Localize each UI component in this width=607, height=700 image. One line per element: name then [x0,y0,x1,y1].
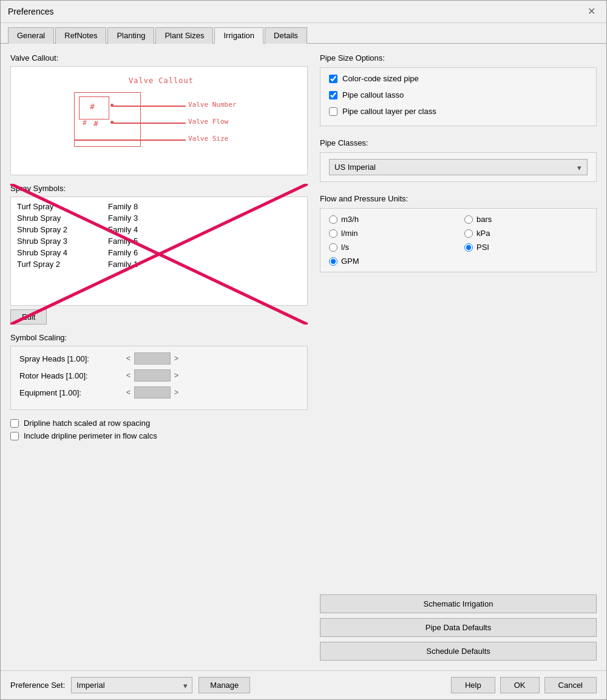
manage-button[interactable]: Manage [198,677,250,693]
spray-name: Shrub Spray 2 [17,225,108,234]
pipe-classes-section: Pipe Classes: US Imperial Metric [320,138,597,182]
dripline-hatch-checkbox[interactable] [10,419,19,428]
pipe-size-label: Pipe Size Options: [320,53,597,62]
equipment-decrease[interactable]: < [123,388,134,397]
dripline-perimeter-checkbox[interactable] [10,432,19,440]
title-bar: Preferences ✕ [1,1,606,23]
tab-general[interactable]: General [8,27,54,44]
pipe-classes-label: Pipe Classes: [320,138,597,147]
tab-refnotes[interactable]: RefNotes [55,27,106,44]
lmin-radio[interactable] [329,229,337,238]
equipment-row: Equipment [1.00]: < > [19,386,299,399]
list-item: Shrub Spray 3 Family 5 [11,235,307,247]
rotor-heads-decrease[interactable]: < [123,371,134,380]
dripline-options: Dripline hatch scaled at row spacing Inc… [10,419,308,444]
pipe-callout-lasso-label: Pipe callout lasso [342,90,404,99]
list-item: Turf Spray 2 Family 1 [11,258,307,270]
rotor-heads-slider[interactable] [134,369,171,382]
kpa-radio[interactable] [464,229,473,238]
dripline-hatch-label: Dripline hatch scaled at row spacing [24,419,150,428]
spray-name: Shrub Spray 3 [17,237,108,246]
equipment-slider[interactable] [134,386,171,399]
schematic-irrigation-button[interactable]: Schematic Irrigation [320,594,597,613]
valve-line2 [113,123,186,124]
valve-diagram-title: Valve Callout [129,76,194,85]
preference-set-select[interactable]: Imperial Metric [71,677,192,693]
rotor-heads-row: Rotor Heads [1.00]: < > [19,369,299,382]
bars-row: bars [464,215,588,224]
help-button[interactable]: Help [451,677,495,693]
spray-heads-row: Spray Heads [1.00]: < > [19,352,299,365]
color-code-checkbox[interactable] [329,75,337,83]
bottom-action-buttons: Help OK Cancel [451,677,597,693]
color-code-label: Color-code sized pipe [342,74,419,83]
valve-hash2: # [83,119,87,127]
gpm-label: GPM [341,257,359,266]
bars-radio[interactable] [464,215,473,224]
preference-set-label: Preference Set: [10,681,65,690]
pipe-size-checkboxes: Color-code sized pipe Pipe callout lasso… [320,67,597,126]
tab-details[interactable]: Details [265,27,307,44]
ok-button[interactable]: OK [500,677,540,693]
spray-heads-increase[interactable]: > [171,354,182,363]
main-content: Valve Callout: Valve Callout # # # [1,44,606,670]
action-buttons: Schematic Irrigation Pipe Data Defaults … [320,594,597,661]
kpa-label: kPa [476,229,490,238]
tab-plant-sizes[interactable]: Plant Sizes [155,27,213,44]
dripline-perimeter-label: Include dripline perimeter in flow calcs [24,431,157,440]
right-panel: Pipe Size Options: Color-code sized pipe… [320,53,597,661]
dripline-perimeter-row: Include dripline perimeter in flow calcs [10,431,308,440]
psi-row: PSI [464,243,588,252]
edit-button[interactable]: Edit [10,309,47,325]
symbol-scaling-section: Symbol Scaling: Spray Heads [1.00]: < > … [10,333,308,410]
pipe-size-section: Pipe Size Options: Color-code sized pipe… [320,53,597,126]
spray-name: Shrub Spray 4 [17,248,108,257]
m3h-radio[interactable] [329,215,337,224]
lmin-row: l/min [329,229,452,238]
window-title: Preferences [8,7,53,16]
valve-label1: Valve Number [188,101,236,109]
flow-pressure-grid: m3/h bars l/min kPa [329,215,588,266]
symbol-scaling-label: Symbol Scaling: [10,333,308,342]
color-code-row: Color-code sized pipe [329,74,588,83]
gpm-radio[interactable] [329,257,337,266]
valve-hash3: # [93,119,98,128]
cancel-button[interactable]: Cancel [544,677,597,693]
valve-callout-label: Valve Callout: [10,53,308,62]
spray-family: Family 4 [108,225,301,234]
spray-heads-slider[interactable] [134,352,171,365]
spray-heads-label: Spray Heads [1.00]: [19,354,123,363]
ls-radio[interactable] [329,243,337,252]
schedule-defaults-button[interactable]: Schedule Defaults [320,642,597,661]
preference-set-row: Preference Set: Imperial Metric Manage [10,677,250,693]
tab-irrigation[interactable]: Irrigation [214,27,263,44]
close-button[interactable]: ✕ [584,5,599,18]
valve-line3 [74,140,186,141]
preference-set-select-wrapper: Imperial Metric [71,677,192,693]
psi-radio[interactable] [464,243,473,252]
pipe-callout-layer-label: Pipe callout layer per class [342,107,436,116]
valve-callout-section: Valve Callout: Valve Callout # # # [10,53,308,175]
spray-heads-decrease[interactable]: < [123,354,134,363]
tab-planting[interactable]: Planting [107,27,154,44]
valve-callout-box: Valve Callout # # # Valve Number Valve F… [10,66,308,175]
pipe-classes-select[interactable]: US Imperial Metric [329,159,588,175]
rotor-heads-increase[interactable]: > [171,371,182,380]
pipe-data-defaults-button[interactable]: Pipe Data Defaults [320,618,597,637]
valve-line1 [113,106,186,107]
flow-pressure-box: m3/h bars l/min kPa [320,208,597,272]
list-item: Shrub Spray Family 3 [11,212,307,224]
spray-family: Family 6 [108,248,301,257]
pipe-classes-box: US Imperial Metric [320,152,597,182]
spray-family: Family 5 [108,237,301,246]
pipe-callout-lasso-checkbox[interactable] [329,91,337,99]
equipment-label: Equipment [1.00]: [19,388,123,397]
flow-pressure-section: Flow and Pressure Units: m3/h bars [320,194,597,272]
pipe-classes-select-wrapper: US Imperial Metric [329,159,588,175]
pipe-callout-lasso-row: Pipe callout lasso [329,90,588,99]
flow-pressure-label: Flow and Pressure Units: [320,194,597,203]
pipe-callout-layer-checkbox[interactable] [329,107,337,116]
equipment-increase[interactable]: > [171,388,182,397]
valve-diagram: Valve Callout # # # Valve Number Valve F… [56,75,262,166]
preferences-window: Preferences ✕ General RefNotes Planting … [0,0,607,700]
